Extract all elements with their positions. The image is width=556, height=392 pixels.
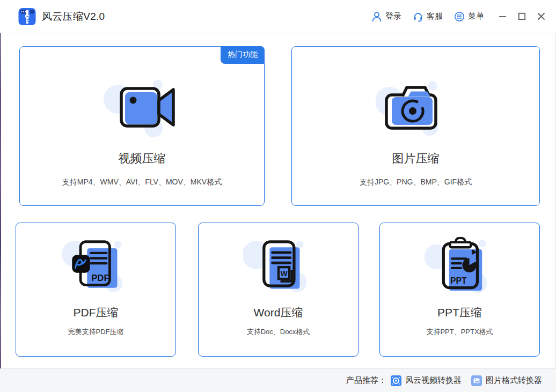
product-link-label: 图片格式转换器 [486,375,542,386]
card-ppt-compress[interactable]: PPT PPT压缩 支持PPT、PPTX格式 [379,223,540,357]
camera-icon [376,78,456,138]
login-label: 登录 [385,11,401,21]
card-title: 图片压缩 [392,151,440,167]
login-button[interactable]: 登录 [371,11,401,22]
product-link-video-converter[interactable]: 风云视频转换器 [391,375,462,386]
card-pdf-compress[interactable]: PDF PDF压缩 完美支持PDF压缩 [16,223,176,357]
card-subtitle: 支持JPG、PNG、BMP、GIF格式 [360,177,472,187]
background-window-artifact-left [0,29,1,392]
card-subtitle: 支持PPT、PPTX格式 [426,327,493,337]
close-icon[interactable] [537,12,545,21]
app-title: 风云压缩V2.0 [42,10,105,24]
app-window: 风云压缩V2.0 登录 [0,0,556,392]
product-recommendation-label: 产品推荐： [346,375,386,386]
card-subtitle: 完美支持PDF压缩 [68,327,124,337]
hot-feature-badge: 热门功能 [221,46,265,64]
menu-icon [454,11,465,22]
user-icon [371,11,382,22]
maximize-icon[interactable] [517,12,526,21]
card-image-compress[interactable]: 图片压缩 支持JPG、PNG、BMP、GIF格式 [291,46,540,206]
menu-button[interactable]: 菜单 [454,11,484,22]
footer-bar: 产品推荐： 风云视频转换器 [0,368,556,392]
image-converter-icon [471,375,482,386]
card-title: Word压缩 [254,305,303,320]
support-button[interactable]: 客服 [413,11,443,22]
ppt-clipboard-icon: PPT [425,237,495,294]
menu-label: 菜单 [468,11,484,21]
word-document-icon: W [243,237,314,294]
pdf-document-icon: PDF [61,237,131,294]
app-logo-icon [18,8,36,26]
headset-icon [413,11,423,22]
card-subtitle: 支持Doc、Docx格式 [247,327,310,337]
card-subtitle: 支持MP4、WMV、AVI、FLV、MOV、MKV格式 [62,177,222,187]
video-camera-icon [102,78,182,138]
support-label: 客服 [427,11,443,21]
video-converter-icon [391,375,401,386]
card-video-compress[interactable]: 热门功能 视频压缩 支持MP4、WMV、AVI、FLV、MOV、MKV格式 [19,46,265,206]
ppt-file-label: PPT [450,276,467,285]
titlebar: 风云压缩V2.0 登录 [0,0,556,33]
product-link-image-converter[interactable]: 图片格式转换器 [471,375,542,386]
card-word-compress[interactable]: W Word压缩 支持Doc、Docx格式 [198,223,359,357]
card-title: 视频压缩 [119,151,166,167]
card-title: PDF压缩 [74,305,119,320]
card-title: PPT压缩 [437,305,482,320]
product-link-label: 风云视频转换器 [405,375,462,386]
window-controls [498,12,545,21]
minimize-icon[interactable] [498,12,507,21]
word-file-label: W [280,269,288,278]
pdf-file-label: PDF [91,273,109,283]
